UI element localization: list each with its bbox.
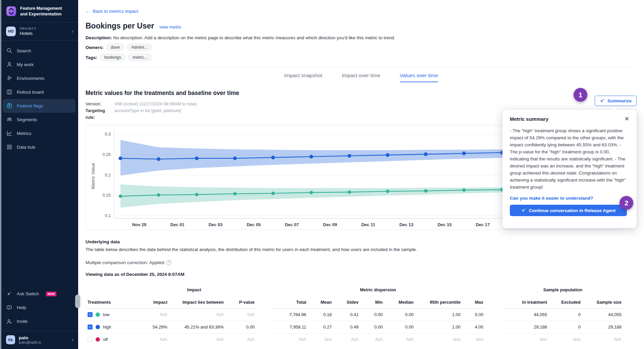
sidebar-item-metrics[interactable]: Metrics — [3, 127, 75, 140]
sidebar-item-feature-flags[interactable]: Feature flags — [3, 99, 75, 113]
table-cell: 0.49 — [334, 321, 361, 333]
table-cell: 0 — [549, 321, 583, 333]
data-point-high — [233, 156, 237, 160]
data-point-low — [348, 191, 351, 194]
column-header: Sample size — [583, 296, 624, 308]
data-point-low — [233, 192, 236, 195]
table-cell: N/A — [385, 333, 416, 346]
user-menu[interactable]: PA pato pato@split.io › — [0, 331, 78, 349]
table-cell: 1.00 — [416, 321, 463, 333]
y-tick-label: 0.3 — [105, 132, 111, 137]
tab-values-over-time[interactable]: Values over time — [400, 72, 438, 82]
new-badge: NEW — [46, 292, 56, 296]
column-header: Stdev — [334, 296, 361, 308]
x-tick-label: Dec 09 — [323, 222, 337, 227]
table-cell: N/A — [132, 308, 169, 321]
group-header-metric-dispersion: Metric dispersion — [271, 284, 485, 296]
table-group-header-row: ImpactMetric dispersionSample population — [86, 284, 624, 296]
segments-icon — [6, 116, 12, 122]
treatment-checkbox[interactable]: ✓ — [88, 312, 93, 317]
treatment-name: low — [103, 312, 110, 317]
sidebar-item-data-hub[interactable]: Data hub — [3, 140, 75, 154]
table-cell: N/A — [271, 333, 308, 346]
table-cell: 44,055 — [502, 308, 549, 321]
table-cell: 44,055 — [583, 308, 624, 321]
sidebar-item-label: My work — [17, 62, 34, 67]
project-switcher[interactable]: HO PROJECT Hotels › — [0, 22, 78, 40]
table-row-low: ✓lowN/AN/AN/A7,784.960.180.410.000.001.0… — [86, 308, 624, 321]
owners-row: Owners: daveAdmini... — [86, 44, 637, 51]
svg-text:?: ? — [8, 306, 10, 309]
close-icon[interactable]: ✕ — [625, 116, 629, 122]
chevron-right-icon: › — [72, 29, 73, 34]
sidebar-item-segments[interactable]: Segments — [3, 113, 75, 127]
sidebar-item-help[interactable]: ?Help — [3, 301, 75, 314]
table-cell: 0 — [549, 308, 583, 321]
tag-pill: bookings — [100, 54, 125, 61]
x-tick-label: Dec 13 — [399, 222, 414, 227]
easier-to-understand-link[interactable]: Can you make it easier to understand? — [510, 196, 629, 201]
column-header: Impact — [132, 296, 169, 308]
table-cell: 0.00 — [226, 321, 257, 333]
sidebar-item-rollout-board[interactable]: Rollout board — [3, 85, 75, 99]
group-header-impact: Impact — [132, 284, 257, 296]
treatment-name: high — [103, 325, 111, 330]
treatment-cell: ✓low — [86, 308, 132, 321]
tab-impact-snapshot[interactable]: Impact snapshot — [284, 72, 322, 82]
treatment-cell: off — [86, 333, 132, 346]
table-cell: 7,958.11 — [271, 321, 308, 333]
sidebar-item-invite[interactable]: Invite — [3, 314, 75, 328]
data-point-high — [424, 152, 428, 156]
x-tick-label: Nov 29 — [132, 222, 147, 227]
table-cell: 0.41 — [334, 308, 361, 321]
treatment-color-dot — [96, 325, 100, 329]
back-link[interactable]: ←Back to metrics impact — [86, 9, 138, 14]
data-point-low — [462, 188, 466, 192]
sidebar-item-label: Feature flags — [17, 103, 43, 108]
table-cell: 4.00 — [463, 321, 485, 333]
treatment-checkbox[interactable]: ✓ — [88, 325, 93, 330]
back-arrow-icon: ← — [86, 9, 90, 14]
sparkles-icon — [521, 208, 526, 213]
sparkles-icon — [6, 291, 12, 297]
version-label: Version: — [86, 101, 114, 107]
underlying-data-description: The table below describes the data behin… — [86, 247, 637, 252]
tag-pill: metric... — [128, 54, 152, 61]
sidebar-item-ask-switch[interactable]: Ask SwitchNEW — [3, 287, 75, 301]
treatment-color-dot — [96, 312, 100, 317]
main-content: ←Back to metrics impact Bookings per Use… — [78, 0, 644, 349]
sidebar-item-my-work[interactable]: My work — [3, 58, 75, 71]
table-row-high: ✓high54.29%45.21% and 63.38%0.007,958.11… — [86, 321, 624, 333]
metrics-icon — [6, 130, 12, 136]
sidebar-item-label: Ask Switch — [17, 291, 39, 296]
info-icon[interactable]: ? — [166, 260, 171, 265]
data-point-high — [347, 154, 351, 158]
sidebar-item-environments[interactable]: Environments — [3, 71, 75, 85]
sparkles-icon — [600, 98, 605, 103]
divider — [86, 67, 637, 67]
invite-icon — [6, 318, 12, 325]
tab-impact-over-time[interactable]: Impact over time — [342, 72, 380, 82]
table-cell: 29,188 — [583, 321, 624, 333]
data-point-low — [157, 193, 160, 197]
x-tick-label: Dec 07 — [285, 222, 299, 227]
sidebar-nav: SearchMy workEnvironmentsRollout boardFe… — [0, 41, 78, 154]
table-cell: N/A — [169, 333, 226, 346]
x-tick-label: Dec 15 — [437, 222, 451, 227]
data-point-high — [462, 152, 466, 155]
table-cell: N/A — [502, 333, 549, 346]
column-header: Treatments — [86, 296, 132, 308]
summarize-button[interactable]: Summarize — [595, 96, 637, 106]
treatment-checkbox[interactable] — [88, 337, 93, 342]
continue-conversation-button[interactable]: Continue conversation in Release Agent — [510, 205, 627, 216]
description-line: Description: No description. Add a descr… — [86, 35, 637, 40]
sidebar-item-search[interactable]: Search — [3, 44, 75, 58]
sidebar-collapse-handle[interactable]: ‹ — [75, 295, 80, 308]
column-header: 95th percentile — [416, 296, 463, 308]
sidebar-item-label: Invite — [17, 319, 28, 324]
treatment-name: off — [103, 337, 108, 342]
view-metric-link[interactable]: view metric — [160, 24, 181, 30]
y-tick-label: 0.15 — [103, 193, 111, 198]
confidence-band-high — [120, 140, 522, 176]
window-edge-strip — [0, 0, 1, 349]
